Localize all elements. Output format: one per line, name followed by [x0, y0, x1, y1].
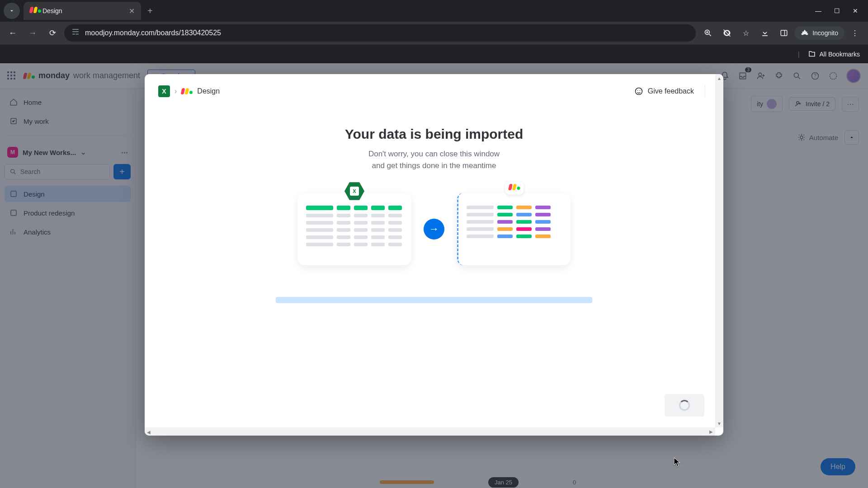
scroll-down-icon[interactable]: ▼	[715, 419, 723, 427]
all-bookmarks-button[interactable]: All Bookmarks	[808, 50, 860, 58]
all-bookmarks-label: All Bookmarks	[820, 51, 860, 58]
arrow-right-icon: →	[424, 219, 444, 239]
modal-subtitle: Don't worry, you can close this window a…	[368, 148, 500, 171]
tab-search-button[interactable]	[4, 3, 20, 19]
mouse-cursor	[674, 457, 681, 467]
separator: |	[798, 51, 800, 58]
minimize-button[interactable]: —	[815, 7, 821, 14]
zoom-icon[interactable]	[699, 24, 717, 42]
incognito-indicator[interactable]: Incognito	[794, 26, 844, 40]
modal-scrollbar-vertical[interactable]: ▲ ▼	[715, 74, 723, 427]
tracking-protection-icon[interactable]	[718, 24, 736, 42]
close-window-button[interactable]: ✕	[853, 7, 858, 14]
monday-badge-icon	[505, 181, 524, 195]
svg-line-1	[709, 34, 711, 36]
breadcrumb: X › Design	[158, 85, 220, 97]
breadcrumb-board: Design	[197, 87, 220, 95]
modal-title: Your data is being imported	[345, 127, 523, 142]
svg-point-21	[637, 90, 638, 91]
import-progress-bar	[276, 297, 592, 303]
folder-icon	[808, 50, 816, 58]
scroll-right-icon[interactable]: ▶	[707, 427, 715, 436]
address-bar: ← → ⟳ moodjoy.monday.com/boards/18304205…	[0, 22, 868, 44]
forward-button[interactable]: →	[24, 25, 41, 41]
scroll-up-icon[interactable]: ▲	[715, 74, 723, 82]
monday-logo-icon	[181, 88, 193, 94]
downloads-icon[interactable]	[756, 24, 774, 42]
incognito-icon	[801, 29, 809, 37]
back-button[interactable]: ←	[5, 25, 21, 41]
url-input[interactable]: moodjoy.monday.com/boards/1830420525	[64, 24, 696, 42]
svg-point-22	[639, 90, 640, 91]
browser-menu-button[interactable]: ⋮	[846, 24, 863, 42]
feedback-label: Give feedback	[648, 87, 694, 95]
excel-card-illustration: X	[298, 193, 411, 265]
modal-scrollbar-horizontal[interactable]: ◀ ▶	[145, 427, 715, 436]
tab-bar: Design ✕ + — ☐ ✕	[0, 0, 868, 22]
scroll-left-icon[interactable]: ◀	[145, 428, 153, 436]
give-feedback-button[interactable]: Give feedback	[634, 85, 705, 98]
tab-title: Design	[42, 7, 62, 14]
svg-point-20	[635, 88, 642, 95]
window-controls: — ☐ ✕	[815, 7, 864, 14]
bookmark-star-icon[interactable]: ☆	[737, 24, 755, 42]
new-tab-button[interactable]: +	[147, 6, 153, 16]
browser-tab[interactable]: Design ✕	[24, 2, 141, 20]
bookmarks-bar: | All Bookmarks	[0, 44, 868, 63]
loading-button	[665, 394, 704, 417]
url-text: moodjoy.monday.com/boards/1830420525	[85, 29, 221, 37]
import-illustration: X →	[298, 193, 570, 265]
import-modal: X › Design Give feedback Your data is be…	[145, 74, 723, 436]
monday-favicon-icon	[30, 7, 38, 15]
chevron-down-icon	[9, 8, 15, 14]
chevron-right-icon: ›	[175, 87, 177, 95]
maximize-button[interactable]: ☐	[834, 7, 840, 14]
modal-sub-line1: Don't worry, you can close this window	[368, 150, 500, 158]
svg-rect-5	[781, 30, 787, 36]
site-settings-icon[interactable]	[71, 28, 80, 38]
monday-card-illustration	[457, 193, 570, 265]
reload-button[interactable]: ⟳	[44, 25, 61, 41]
sidepanel-icon[interactable]	[775, 24, 793, 42]
spinner-icon	[679, 400, 690, 411]
excel-icon: X	[158, 85, 170, 97]
excel-badge-icon: X	[344, 181, 364, 201]
tab-close-button[interactable]: ✕	[129, 7, 135, 15]
feedback-icon	[634, 87, 643, 96]
modal-sub-line2: and get things done in the meantime	[372, 161, 496, 170]
incognito-label: Incognito	[812, 29, 838, 37]
